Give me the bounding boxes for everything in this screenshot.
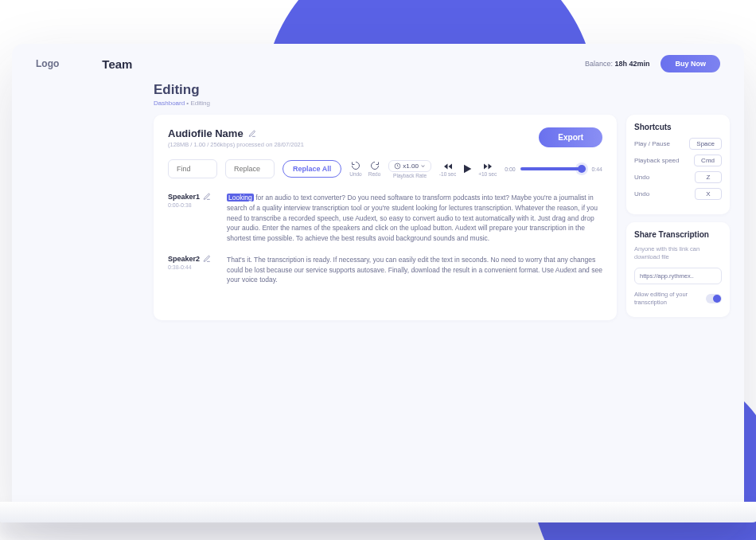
breadcrumb: Dashboard • Editing: [154, 100, 744, 107]
share-subtitle: Anyone with this link can download file: [634, 245, 722, 261]
shortcuts-title: Shortcuts: [634, 123, 722, 131]
playback-rate-label: Playback Rate: [393, 173, 427, 178]
shortcut-row: UndoX: [634, 188, 722, 200]
toolbar: Replace All Undo Redo x1.00: [168, 159, 602, 178]
playback-rate-select[interactable]: x1.00: [388, 160, 431, 172]
shortcuts-card: Shortcuts Play / PauseSpacePlayback spee…: [626, 115, 730, 214]
breadcrumb-dashboard[interactable]: Dashboard: [154, 100, 185, 107]
chevron-down-icon: [420, 163, 426, 169]
transcript: Speaker1 0:00-0:38Looking for an audio t…: [168, 193, 602, 285]
forward-label: +10 sec: [478, 171, 497, 177]
shortcut-label: Play / Pause: [634, 140, 670, 147]
topbar: Logo Team Balance: 18h 42min Buy Now: [12, 44, 744, 76]
speaker-name[interactable]: Speaker2: [168, 255, 211, 263]
allow-editing-label: Allow editing of your transcription: [634, 291, 701, 307]
shortcut-row: Play / PauseSpace: [634, 138, 722, 150]
svg-marker-5: [484, 163, 488, 169]
svg-marker-1: [444, 163, 448, 169]
edit-icon[interactable]: [203, 255, 211, 263]
file-meta: (128MB / 1.00 / 256kbps) processed on 28…: [168, 141, 304, 148]
redo-label: Redo: [368, 171, 381, 177]
shortcut-row: Playback speedCmd: [634, 155, 722, 166]
laptop-base: [0, 502, 756, 522]
undo-label: Undo: [349, 171, 362, 177]
shortcut-key: X: [695, 188, 722, 200]
balance-value: 18h 42min: [614, 60, 649, 68]
shortcut-label: Undo: [634, 174, 649, 181]
transcript-text[interactable]: Looking for an audio to text converter? …: [227, 193, 602, 244]
seek-fill: [520, 167, 582, 170]
svg-marker-3: [464, 165, 471, 174]
breadcrumb-current: Editing: [190, 100, 209, 107]
app-window: Logo Team Balance: 18h 42min Buy Now Edi…: [12, 44, 744, 514]
speaker-time: 0:00-0:38: [168, 202, 211, 208]
rewind-label: -10 sec: [439, 171, 456, 177]
sidebar: Shortcuts Play / PauseSpacePlayback spee…: [626, 115, 730, 320]
svg-marker-2: [448, 163, 452, 169]
buy-now-button[interactable]: Buy Now: [661, 55, 720, 72]
shortcut-label: Playback speed: [634, 157, 679, 164]
transcript-row: Speaker1 0:00-0:38Looking for an audio t…: [168, 193, 602, 244]
shortcut-key: Z: [695, 171, 722, 183]
share-title: Share Transcription: [634, 230, 722, 239]
share-url-field[interactable]: https://app.rythmex..: [634, 268, 722, 284]
rewind-icon[interactable]: [442, 162, 454, 171]
highlight: Looking: [227, 194, 254, 202]
allow-editing-toggle[interactable]: [706, 294, 722, 303]
shortcut-key: Space: [689, 138, 722, 150]
undo-icon[interactable]: [351, 161, 360, 170]
play-icon[interactable]: [461, 162, 473, 175]
export-button[interactable]: Export: [539, 127, 602, 147]
page-title: Editing: [154, 82, 744, 98]
share-card: Share Transcription Anyone with this lin…: [626, 222, 730, 317]
redo-icon[interactable]: [370, 161, 380, 170]
clock-icon: [394, 162, 401, 170]
time-total: 0:44: [591, 166, 602, 172]
transcript-text[interactable]: That's it. The transcription is ready. I…: [227, 255, 602, 285]
file-name: Audiofile Name: [168, 127, 304, 139]
shortcut-key: Cmd: [694, 155, 722, 166]
time-current: 0:00: [505, 166, 516, 172]
find-input[interactable]: [168, 159, 217, 178]
forward-icon[interactable]: [482, 162, 493, 171]
page-header: Editing Dashboard • Editing: [12, 76, 744, 107]
seek-thumb[interactable]: [578, 165, 586, 173]
replace-all-button[interactable]: Replace All: [283, 160, 341, 178]
transcript-row: Speaker2 0:38-0:44That's it. The transcr…: [168, 255, 602, 285]
shortcut-label: Undo: [634, 190, 649, 198]
edit-icon[interactable]: [248, 130, 256, 138]
team-name: Team: [102, 57, 132, 71]
speaker-name[interactable]: Speaker1: [168, 193, 211, 201]
shortcut-row: UndoZ: [634, 171, 722, 183]
edit-icon[interactable]: [203, 193, 211, 201]
balance-label: Balance: 18h 42min: [585, 60, 650, 68]
seek-bar[interactable]: 0:00 0:44: [505, 166, 602, 172]
speaker-time: 0:38-0:44: [168, 264, 211, 270]
replace-input[interactable]: [225, 159, 275, 178]
seek-track[interactable]: [520, 167, 587, 170]
logo: Logo: [36, 58, 59, 69]
editor-card: Audiofile Name (128MB / 1.00 / 256kbps) …: [154, 115, 617, 320]
svg-marker-4: [488, 163, 492, 169]
